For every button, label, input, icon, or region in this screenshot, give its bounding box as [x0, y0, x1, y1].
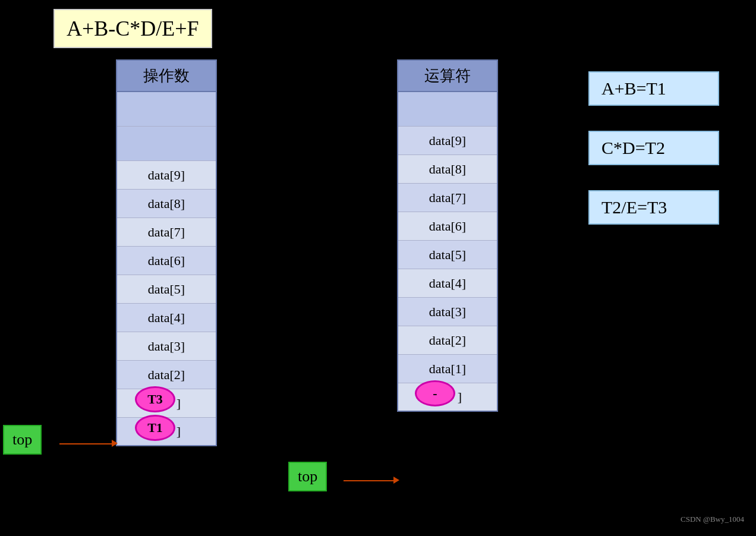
- op-row-6: data[6]: [398, 212, 497, 241]
- operand-stack: 操作数 data[9] data[8] data[7] data[6] data…: [116, 59, 217, 446]
- operand-row-2: data[2]: [117, 361, 216, 389]
- op-row-8: data[8]: [398, 155, 497, 184]
- result-1: A+B=T1: [588, 71, 719, 106]
- t1-badge: T1: [135, 415, 175, 441]
- operand-row-6: data[6]: [117, 247, 216, 275]
- op-row-0: d] -: [398, 383, 497, 412]
- operator-top-arrow-line: [344, 480, 395, 481]
- watermark: CSDN @Bwy_1004: [681, 515, 744, 524]
- operator-stack-body: data[9] data[8] data[7] data[6] data[5] …: [397, 92, 498, 412]
- operand-top-arrow-line: [59, 443, 113, 444]
- op-row-9: data[9]: [398, 127, 497, 155]
- operand-stack-header: 操作数: [116, 59, 217, 92]
- operand-row-7: data[7]: [117, 218, 216, 247]
- op-row-1: data[1]: [398, 355, 497, 383]
- op-row-empty1: [398, 92, 497, 127]
- operand-row-8: data[8]: [117, 190, 216, 218]
- result-2: C*D=T2: [588, 131, 719, 165]
- op-row-7: data[7]: [398, 184, 497, 212]
- operand-row-0: d] T1: [117, 418, 216, 446]
- t3-badge: T3: [135, 386, 175, 412]
- result-3: T2/E=T3: [588, 190, 719, 225]
- expression-display: A+B-C*D/E+F: [53, 9, 212, 48]
- op-row-3: data[3]: [398, 298, 497, 326]
- operand-row-4: data[4]: [117, 304, 216, 332]
- operator-top-label: top: [288, 462, 327, 491]
- operand-row-9: data[9]: [117, 161, 216, 190]
- minus-badge: -: [415, 380, 455, 406]
- operand-row-empty1: [117, 92, 216, 127]
- operand-row-1: d] T3: [117, 389, 216, 418]
- operand-stack-body: data[9] data[8] data[7] data[6] data[5] …: [116, 92, 217, 446]
- operand-row-3: data[3]: [117, 332, 216, 361]
- operand-top-label: top: [3, 425, 42, 455]
- operator-stack-header: 运算符: [397, 59, 498, 92]
- operator-top-arrow-head: [393, 477, 399, 484]
- operand-row-empty2: [117, 127, 216, 161]
- operator-stack: 运算符 data[9] data[8] data[7] data[6] data…: [397, 59, 498, 412]
- op-row-4: data[4]: [398, 269, 497, 298]
- op-row-5: data[5]: [398, 241, 497, 269]
- operand-row-5: data[5]: [117, 275, 216, 304]
- operand-top-arrow-head: [112, 440, 118, 447]
- op-row-2: data[2]: [398, 326, 497, 355]
